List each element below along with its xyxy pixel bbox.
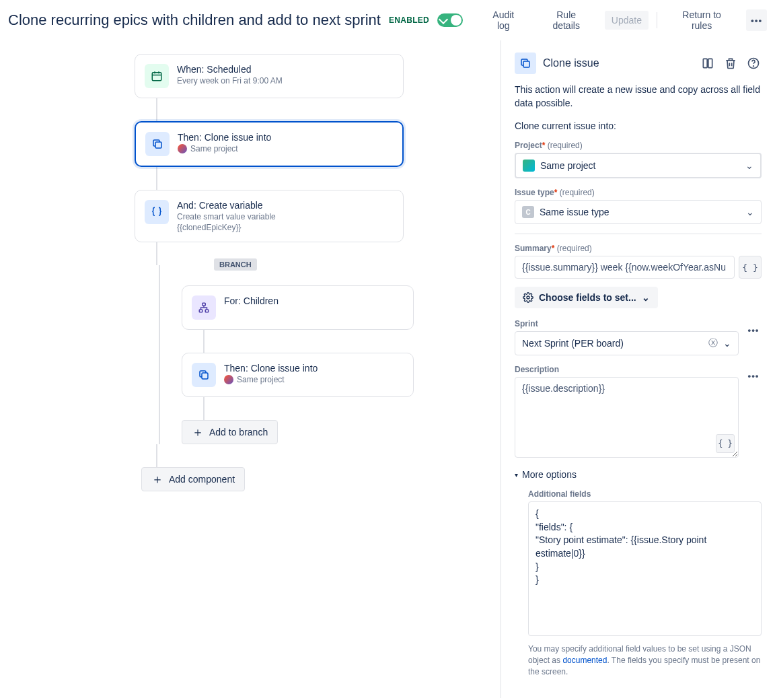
connector — [156, 98, 157, 121]
svg-rect-6 — [199, 310, 202, 312]
return-to-rules-button[interactable]: Return to rules — [665, 5, 738, 35]
connector — [156, 167, 157, 190]
help-icon[interactable] — [745, 55, 762, 71]
smart-value-button[interactable]: { } — [739, 256, 762, 279]
panel-description: This action will create a new issue and … — [515, 83, 762, 110]
chevron-down-icon: ▾ — [515, 471, 518, 479]
trigger-node[interactable]: When: Scheduled Every week on Fri at 9:0… — [135, 54, 404, 98]
clear-icon[interactable]: ⓧ — [708, 337, 718, 349]
svg-rect-8 — [202, 373, 208, 379]
documented-link[interactable]: documented — [562, 656, 607, 665]
branch-action-sub: Same project — [224, 375, 318, 384]
calendar-icon — [145, 64, 169, 88]
branch-action-node[interactable]: Then: Clone issue into Same project — [182, 353, 414, 397]
chevron-down-icon: ⌄ — [746, 207, 754, 217]
branch-label: BRANCH — [214, 258, 257, 271]
duplicate-icon[interactable] — [700, 55, 716, 71]
svg-rect-4 — [155, 142, 161, 148]
connector — [156, 444, 157, 467]
clone-icon — [145, 132, 170, 156]
branch-action-title: Then: Clone issue into — [224, 363, 318, 374]
audit-log-button[interactable]: Audit log — [479, 5, 527, 35]
additional-fields-textarea[interactable] — [528, 501, 762, 636]
gear-icon — [523, 292, 533, 303]
chevron-down-icon: ⌄ — [642, 292, 650, 303]
smart-value-button[interactable]: { } — [716, 434, 735, 453]
connector — [203, 330, 205, 353]
project-avatar-icon — [178, 144, 187, 153]
page-title: Clone recurring epics with children and … — [8, 11, 381, 29]
connector — [156, 242, 157, 265]
separator — [657, 12, 657, 28]
sprint-label: Sprint — [515, 319, 739, 328]
action2-sub2: {{clonedEpicKey}} — [177, 223, 276, 232]
action2-title: And: Create variable — [177, 200, 276, 211]
helper-text: You may specify additional field values … — [528, 643, 762, 677]
panel-subhead: Clone current issue into: — [515, 120, 762, 131]
svg-rect-11 — [708, 59, 712, 67]
add-component-button[interactable]: ＋ Add component — [141, 467, 245, 491]
svg-point-13 — [753, 66, 754, 67]
clone-icon — [515, 53, 536, 74]
variable-action-node[interactable]: And: Create variable Create smart value … — [135, 190, 404, 242]
issuetype-label: Issue type* (required) — [515, 188, 762, 197]
chevron-down-icon: ⌄ — [723, 338, 731, 349]
issuetype-icon: C — [522, 206, 534, 218]
more-options-toggle[interactable]: ▾ More options — [515, 469, 762, 480]
chevron-down-icon: ⌄ — [745, 160, 753, 171]
project-value: Same project — [540, 160, 595, 171]
action1-sub: Same project — [178, 144, 271, 153]
trigger-title: When: Scheduled — [177, 64, 283, 75]
issuetype-value: Same issue type — [540, 207, 610, 217]
sprint-select[interactable]: Next Sprint (PER board) ⓧ ⌄ — [515, 331, 739, 355]
field-more-button[interactable]: ••• — [745, 368, 762, 384]
additional-fields-label: Additional fields — [528, 489, 762, 499]
description-textarea[interactable] — [515, 377, 739, 458]
clone-action-node[interactable]: Then: Clone issue into Same project — [135, 121, 404, 167]
connector — [203, 397, 205, 420]
action1-title: Then: Clone issue into — [178, 132, 271, 143]
project-label: Project* (required) — [515, 141, 762, 150]
delete-icon[interactable] — [723, 55, 739, 71]
rule-details-button[interactable]: Rule details — [536, 5, 596, 35]
plus-icon: ＋ — [192, 426, 204, 438]
svg-rect-0 — [152, 73, 161, 81]
svg-point-14 — [527, 296, 529, 299]
more-actions-button[interactable]: ••• — [746, 9, 767, 31]
summary-label: Summary* (required) — [515, 244, 762, 253]
project-select[interactable]: Same project ⌄ — [515, 153, 762, 178]
description-label: Description — [515, 365, 739, 374]
trigger-sub: Every week on Fri at 9:00 AM — [177, 76, 283, 85]
clone-icon — [192, 363, 216, 387]
enabled-toggle[interactable] — [437, 13, 463, 27]
branch-for-node[interactable]: For: Children — [182, 285, 414, 330]
add-to-branch-button[interactable]: ＋ Add to branch — [182, 420, 278, 444]
branch-for-title: For: Children — [224, 295, 279, 306]
field-more-button[interactable]: ••• — [745, 322, 762, 338]
svg-rect-7 — [205, 310, 209, 312]
hierarchy-icon — [192, 295, 216, 320]
project-avatar-icon — [224, 375, 233, 384]
plus-icon: ＋ — [151, 473, 163, 485]
action2-sub: Create smart value variable — [177, 212, 276, 221]
svg-rect-5 — [202, 303, 206, 306]
braces-icon — [145, 200, 169, 224]
issuetype-select[interactable]: C Same issue type ⌄ — [515, 200, 762, 224]
summary-input[interactable] — [515, 256, 735, 279]
sprint-value: Next Sprint (PER board) — [522, 338, 624, 349]
project-avatar-icon — [523, 160, 535, 172]
panel-title: Clone issue — [543, 57, 693, 69]
divider — [515, 234, 762, 234]
svg-rect-10 — [703, 59, 707, 67]
choose-fields-button[interactable]: Choose fields to set... ⌄ — [515, 287, 658, 308]
enabled-label: ENABLED — [389, 15, 429, 25]
svg-rect-9 — [523, 61, 529, 67]
update-button: Update — [605, 11, 649, 30]
